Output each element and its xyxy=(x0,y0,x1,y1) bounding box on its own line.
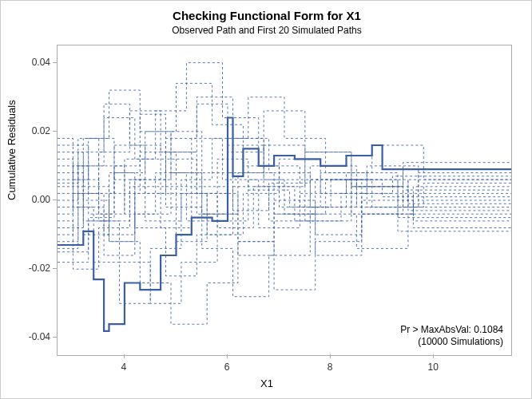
xtick-label: 6 xyxy=(224,361,230,373)
xtick-mark xyxy=(124,354,125,358)
y-axis-label: Cumulative Residuals xyxy=(6,100,18,200)
x-axis-label: X1 xyxy=(1,377,532,389)
xtick-label: 4 xyxy=(121,361,127,373)
ytick-label: -0.04 xyxy=(2,331,50,342)
ytick-mark xyxy=(53,62,57,63)
chart-title: Checking Functional Form for X1 xyxy=(1,9,532,22)
ytick-label: 0.02 xyxy=(2,125,50,136)
ytick-label: 0.00 xyxy=(2,194,50,205)
xtick-mark xyxy=(433,354,434,358)
plot-svg xyxy=(58,45,511,355)
ytick-mark xyxy=(53,268,57,269)
simulated-path-7 xyxy=(58,63,511,231)
ytick-mark xyxy=(53,131,57,132)
pvalue-annotation: Pr > MaxAbsVal: 0.1084 (10000 Simulation… xyxy=(400,324,503,349)
chart-subtitle: Observed Path and First 20 Simulated Pat… xyxy=(1,25,532,36)
plot-area: Pr > MaxAbsVal: 0.1084 (10000 Simulation… xyxy=(57,45,512,356)
ytick-label: -0.02 xyxy=(2,263,50,274)
pvalue-line1: Pr > MaxAbsVal: 0.1084 xyxy=(400,324,503,337)
ytick-mark xyxy=(53,337,57,338)
simulated-path-18 xyxy=(58,152,511,235)
pvalue-line2: (10000 Simulations) xyxy=(400,336,503,349)
simulated-path-14 xyxy=(58,152,511,325)
xtick-mark xyxy=(330,354,331,358)
xtick-mark xyxy=(227,354,228,358)
xtick-label: 8 xyxy=(328,361,333,373)
observed-path xyxy=(58,118,511,331)
xtick-label: 10 xyxy=(427,361,438,373)
ytick-label: 0.04 xyxy=(2,57,50,68)
ytick-mark xyxy=(53,200,57,200)
simulated-path-6 xyxy=(58,173,511,276)
chart-frame: Checking Functional Form for X1 Observed… xyxy=(0,0,532,399)
simulated-path-13 xyxy=(58,118,511,297)
